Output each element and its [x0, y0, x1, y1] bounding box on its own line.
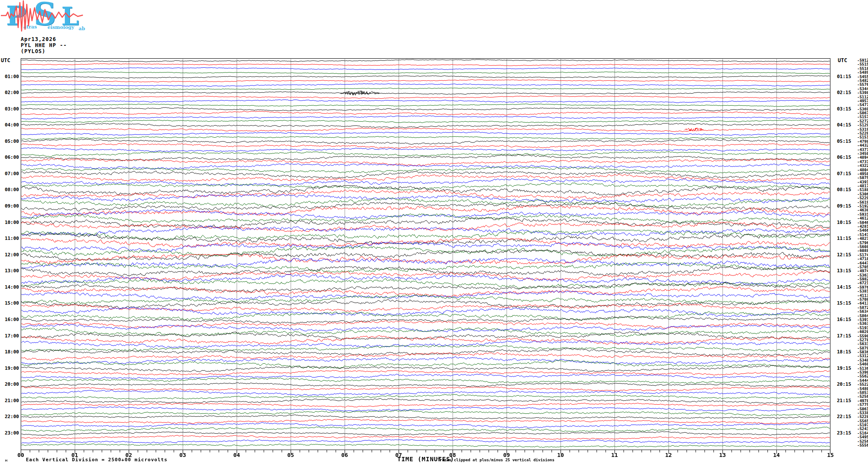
hour-label-left: 01:00 — [0, 74, 19, 79]
utc-label-left: UTC — [1, 57, 10, 63]
minute-label: 00 — [17, 452, 24, 458]
hour-label-left: 21:00 — [0, 398, 19, 403]
seismogram-plot — [21, 58, 830, 454]
hour-label-left: 03:00 — [0, 106, 19, 112]
hour-label-left: 09:00 — [0, 203, 19, 209]
hour-label-left: 22:00 — [0, 414, 19, 419]
hour-label-left: 10:00 — [0, 220, 19, 225]
hour-label-left: 08:00 — [0, 187, 19, 192]
hour-label-left: 06:00 — [0, 154, 19, 160]
scale-note: Each Vertical Division = 2500+00 microvo… — [26, 457, 168, 463]
hour-label-left: 12:00 — [0, 252, 19, 258]
hour-label-left: 07:00 — [0, 171, 19, 176]
logo-waveform-icon — [1, 0, 86, 34]
hour-label-left: 23:00 — [0, 430, 19, 436]
minute-label: 04 — [233, 452, 240, 458]
minute-label: 09 — [503, 452, 510, 458]
clip-note: Traces clipped at plus/minus 25 vertical… — [437, 458, 554, 462]
header-date: Apr13,2026 — [21, 36, 56, 42]
hour-label-left: 11:00 — [0, 236, 19, 241]
hour-label-left: 05:00 — [0, 139, 19, 144]
minute-label: 11 — [611, 452, 618, 458]
header-location: (PYLOS) — [21, 48, 46, 54]
utc-label-right: UTC — [838, 57, 847, 63]
hour-label-left: 20:00 — [0, 381, 19, 387]
hour-label-left: 18:00 — [0, 349, 19, 355]
minute-label: 03 — [179, 452, 186, 458]
minute-label: 10 — [557, 452, 564, 458]
corner-mark: м — [5, 459, 7, 463]
minute-label: 12 — [665, 452, 672, 458]
header-station: PYL HHE HP -- — [21, 42, 67, 48]
hour-label-left: 04:00 — [0, 122, 19, 128]
hour-label-left: 14:00 — [0, 284, 19, 290]
hour-label-left: 16:00 — [0, 317, 19, 322]
minute-label: 14 — [773, 452, 780, 458]
minute-label: 15 — [827, 452, 834, 458]
trace-value: -5556 — [857, 443, 868, 447]
hour-label-left: 13:00 — [0, 268, 19, 274]
minute-label: 06 — [341, 452, 348, 458]
minute-label: 05 — [287, 452, 294, 458]
hour-label-left: 19:00 — [0, 365, 19, 371]
minute-label: 13 — [719, 452, 726, 458]
hour-label-left: 02:00 — [0, 90, 19, 95]
hour-label-left: 15:00 — [0, 300, 19, 306]
psl-logo: P S L atras eismology ab — [1, 0, 86, 34]
hour-label-left: 17:00 — [0, 333, 19, 339]
